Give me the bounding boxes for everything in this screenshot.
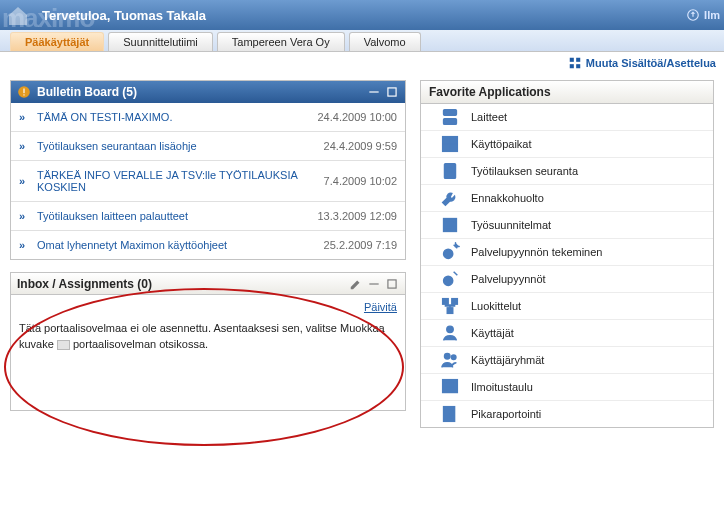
home-icon [4,4,32,28]
favorite-label: Käyttöpaikat [471,138,532,150]
users-icon [439,349,461,371]
favorite-label: Palvelupyynnön tekeminen [471,246,602,258]
app-banner: maximo Tervetuloa, Tuomas Takala Ilm [0,0,724,30]
svg-point-26 [447,326,453,332]
report-icon [439,403,461,425]
chevron-icon: » [19,175,37,187]
svg-point-28 [451,355,456,360]
svg-rect-9 [388,88,396,96]
bulletin-date: 24.4.2009 9:59 [324,140,397,152]
bulletin-date: 7.4.2009 10:02 [324,175,397,187]
svg-rect-4 [576,64,580,68]
svg-rect-17 [445,164,456,179]
edit-icon[interactable] [349,277,363,291]
bulletin-link[interactable]: TÄMÄ ON TESTI-MAXIMO. [37,111,317,123]
favorite-label: Palvelupyynnöt [471,273,546,285]
user-icon [439,322,461,344]
svg-rect-1 [570,58,574,62]
bulletin-board-portlet: Bulletin Board (5) »TÄMÄ ON TESTI-MAXIMO… [10,80,406,260]
favorite-item[interactable]: Käyttäjäryhmät [421,347,713,374]
inbox-portlet: Inbox / Assignments (0) Päivitä Tätä por… [10,272,406,411]
classify-icon [439,295,461,317]
svg-rect-13 [444,119,457,125]
favorite-item[interactable]: Käyttöpaikat [421,131,713,158]
svg-rect-2 [576,58,580,62]
favorite-label: Työsuunnitelmat [471,219,551,231]
favorites-header: Favorite Applications [420,80,714,104]
inbox-body: Päivitä Tätä portaalisovelmaa ei ole ase… [11,295,405,410]
favorite-label: Ilmoitustaulu [471,381,533,393]
bulletin-link[interactable]: TÄRKEÄ INFO VERALLE JA TSV:lle TYÖTILAUK… [37,169,324,193]
wrench-icon [439,187,461,209]
bulletin-row[interactable]: »TÄRKEÄ INFO VERALLE JA TSV:lle TYÖTILAU… [11,161,405,202]
tab-paakayttajat[interactable]: Pääkäyttäjät [10,32,104,51]
favorite-label: Luokittelut [471,300,521,312]
bulletin-row[interactable]: »TÄMÄ ON TESTI-MAXIMO.24.4.2009 10:00 [11,103,405,132]
bulletin-link[interactable]: Omat lyhennetyt Maximon käyttöohjeet [37,239,324,251]
favorite-label: Työtilauksen seuranta [471,165,578,177]
favorite-item[interactable]: Laitteet [421,104,713,131]
svg-rect-25 [447,308,453,314]
favorite-item[interactable]: Palvelupyynnön tekeminen [421,239,713,266]
close-icon[interactable] [385,85,399,99]
bulletin-board-header: Bulletin Board (5) [11,81,405,103]
inbox-message: Tätä portaalisovelmaa ei ole asennettu. … [19,321,397,353]
favorite-item[interactable]: Ennakkohuolto [421,185,713,212]
svg-point-21 [444,249,453,258]
alert-icon [17,85,31,99]
minimize-icon[interactable] [367,85,381,99]
board-icon [439,376,461,398]
svg-rect-11 [388,279,396,287]
favorite-item[interactable]: Käyttäjät [421,320,713,347]
pencil-icon [57,340,70,350]
chevron-icon: » [19,140,37,152]
favorite-item[interactable]: Ilmoitustaulu [421,374,713,401]
bulletin-link[interactable]: Työtilauksen seurantaan lisäohje [37,140,324,152]
clipboard-icon [439,160,461,182]
bulletin-link[interactable]: Työtilauksen laitteen palautteet [37,210,317,222]
bulletin-date: 24.4.2009 10:00 [317,111,397,123]
welcome-text: Tervetuloa, Tuomas Takala [42,8,206,23]
inbox-refresh-link[interactable]: Päivitä [364,301,397,313]
favorite-item[interactable]: Pikaraportointi [421,401,713,427]
svg-rect-6 [23,89,24,94]
svg-rect-12 [444,110,457,116]
service-new-icon [439,241,461,263]
chevron-icon: » [19,239,37,251]
favorite-item[interactable]: Palvelupyynnöt [421,266,713,293]
chevron-icon: » [19,210,37,222]
favorite-item[interactable]: Luokittelut [421,293,713,320]
inbox-header: Inbox / Assignments (0) [11,273,405,295]
bulletin-row[interactable]: »Työtilauksen seurantaan lisäohje24.4.20… [11,132,405,161]
layout-icon [568,56,582,70]
edit-layout-link[interactable]: Muuta Sisältöä/Asettelua [568,56,716,70]
tab-tampereen-vera[interactable]: Tampereen Vera Oy [217,32,345,51]
svg-rect-24 [452,299,458,305]
bulletin-date: 25.2.2009 7:19 [324,239,397,251]
tab-suunnittelutiimi[interactable]: Suunnittelutiimi [108,32,213,51]
signout-icon[interactable] [686,8,700,22]
bulletin-rows: »TÄMÄ ON TESTI-MAXIMO.24.4.2009 10:00»Ty… [11,103,405,259]
bulletin-date: 13.3.2009 12:09 [317,210,397,222]
svg-rect-29 [443,380,458,393]
tab-bar: Pääkäyttäjät Suunnittelutiimi Tampereen … [0,30,724,52]
svg-rect-23 [443,299,449,305]
plan-icon [439,214,461,236]
minimize-icon[interactable] [367,277,381,291]
bulletin-board-title: Bulletin Board (5) [37,85,137,99]
tab-valvomo[interactable]: Valvomo [349,32,421,51]
chevron-icon: » [19,111,37,123]
favorite-item[interactable]: Työtilauksen seuranta [421,158,713,185]
bulletin-row[interactable]: »Omat lyhennetyt Maximon käyttöohjeet25.… [11,231,405,259]
banner-right-link[interactable]: Ilm [704,9,720,21]
favorite-label: Käyttäjät [471,327,514,339]
favorite-label: Käyttäjäryhmät [471,354,544,366]
svg-point-27 [445,354,451,360]
close-icon[interactable] [385,277,399,291]
location-icon [439,133,461,155]
favorite-label: Ennakkohuolto [471,192,544,204]
service-icon [439,268,461,290]
favorite-item[interactable]: Työsuunnitelmat [421,212,713,239]
bulletin-row[interactable]: »Työtilauksen laitteen palautteet13.3.20… [11,202,405,231]
favorite-label: Pikaraportointi [471,408,541,420]
